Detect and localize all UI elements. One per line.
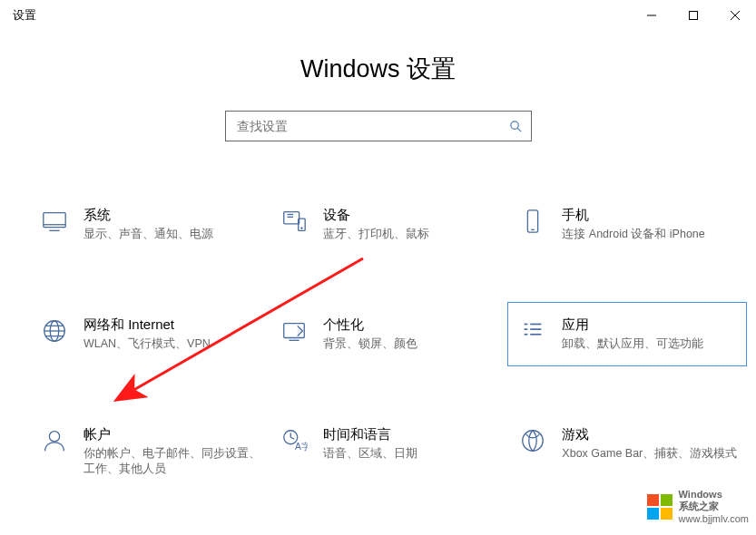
search-icon[interactable] xyxy=(507,117,525,135)
category-system[interactable]: 系统 显示、声音、通知、电源 xyxy=(29,192,269,257)
personalization-icon xyxy=(272,316,316,347)
watermark: Windows系统之家 www.bjjmlv.com xyxy=(644,489,749,524)
category-title: 手机 xyxy=(562,207,704,224)
category-desc: 蓝牙、打印机、鼠标 xyxy=(323,227,429,242)
category-title: 游戏 xyxy=(562,426,737,443)
gaming-icon xyxy=(511,426,555,457)
svg-text:A字: A字 xyxy=(295,442,308,452)
category-title: 帐户 xyxy=(83,426,261,443)
close-button[interactable] xyxy=(714,0,756,31)
watermark-brand: Windows xyxy=(679,489,749,500)
category-desc: 显示、声音、通知、电源 xyxy=(83,227,213,242)
category-desc: WLAN、飞行模式、VPN xyxy=(83,336,211,352)
svg-line-5 xyxy=(517,128,521,131)
category-desc: 你的帐户、电子邮件、同步设置、工作、其他人员 xyxy=(83,446,261,477)
accounts-icon xyxy=(33,426,76,457)
settings-grid: 系统 显示、声音、通知、电源 设备 蓝牙、打印机、鼠标 手机 连接 Androi… xyxy=(0,192,756,535)
category-title: 设备 xyxy=(323,207,429,224)
apps-icon xyxy=(511,316,555,347)
maximize-button[interactable] xyxy=(673,0,714,31)
page-title: Windows 设置 xyxy=(0,53,756,85)
category-title: 个性化 xyxy=(323,316,417,334)
time-language-icon: A字 xyxy=(272,426,316,457)
windows-logo-icon xyxy=(644,491,675,522)
category-search[interactable]: 搜索 查找我的文件、权限 xyxy=(269,524,508,536)
search-box[interactable] xyxy=(225,111,532,141)
window-title: 设置 xyxy=(13,8,36,24)
svg-point-29 xyxy=(49,431,59,441)
phone-icon xyxy=(511,207,555,238)
category-desc: 背景、锁屏、颜色 xyxy=(323,336,417,352)
svg-rect-14 xyxy=(528,210,538,232)
category-desc: 连接 Android 设备和 iPhone xyxy=(562,227,704,242)
category-title: 时间和语言 xyxy=(323,426,417,443)
svg-rect-1 xyxy=(690,12,698,20)
category-gaming[interactable]: 游戏 Xbox Game Bar、捕获、游戏模式 xyxy=(507,412,747,491)
category-title: 应用 xyxy=(562,316,703,334)
svg-line-32 xyxy=(290,437,294,439)
svg-point-11 xyxy=(301,228,302,229)
system-icon xyxy=(33,207,76,238)
devices-icon xyxy=(272,207,316,238)
category-personalization[interactable]: 个性化 背景、锁屏、颜色 xyxy=(269,302,508,366)
category-privacy[interactable]: 隐 位 xyxy=(507,524,747,536)
svg-point-34 xyxy=(523,431,544,452)
category-desc: 卸载、默认应用、可选功能 xyxy=(562,336,703,352)
category-apps[interactable]: 应用 卸载、默认应用、可选功能 xyxy=(507,302,747,366)
category-desc: Xbox Game Bar、捕获、游戏模式 xyxy=(562,446,737,462)
category-desc: 语音、区域、日期 xyxy=(323,446,417,462)
title-bar: 设置 xyxy=(0,0,756,31)
network-icon xyxy=(33,316,76,347)
category-accounts[interactable]: 帐户 你的帐户、电子邮件、同步设置、工作、其他人员 xyxy=(29,412,269,491)
svg-rect-9 xyxy=(283,212,299,224)
category-devices[interactable]: 设备 蓝牙、打印机、鼠标 xyxy=(269,192,508,257)
minimize-button[interactable] xyxy=(631,0,673,31)
search-input[interactable] xyxy=(235,118,507,134)
category-network[interactable]: 网络和 Internet WLAN、飞行模式、VPN xyxy=(29,302,269,366)
watermark-url: www.bjjmlv.com xyxy=(679,513,749,524)
category-time-language[interactable]: A字 时间和语言 语音、区域、日期 xyxy=(269,412,508,491)
category-phone[interactable]: 手机 连接 Android 设备和 iPhone xyxy=(507,192,747,257)
category-ease-of-access[interactable]: 轻松使用 讲述人、放大镜、高对比度 xyxy=(29,524,269,536)
category-title: 网络和 Internet xyxy=(83,316,211,334)
category-title: 系统 xyxy=(83,207,213,224)
svg-point-4 xyxy=(511,121,518,128)
window-controls xyxy=(631,0,756,31)
